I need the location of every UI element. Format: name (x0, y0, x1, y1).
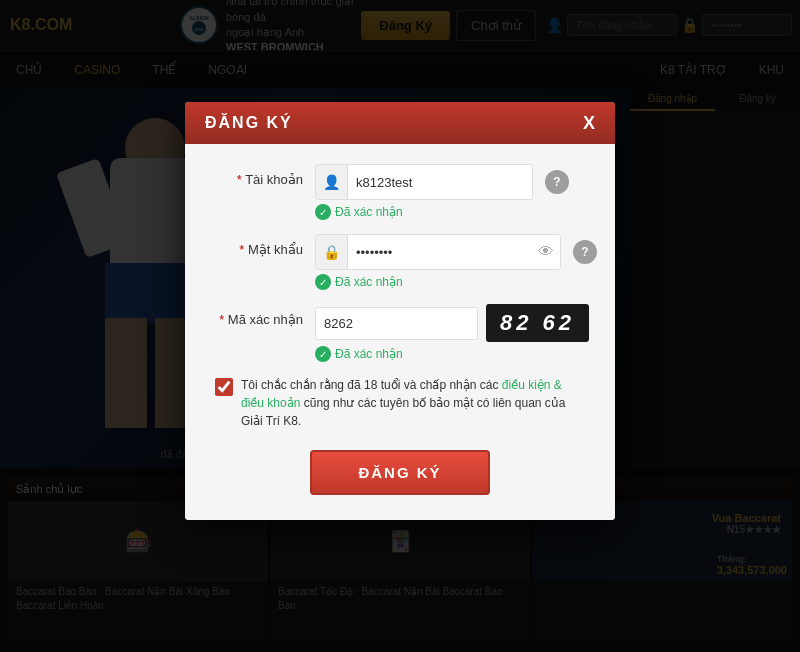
submit-register-button[interactable]: ĐĂNG KÝ (310, 450, 490, 495)
password-verified: ✓ Đã xác nhận (315, 274, 597, 290)
modal-body: Tài khoản 👤 ? ✓ Đã xác nhận (185, 144, 615, 520)
password-row: Mật khẩu 🔒 👁 ? ✓ Đã xác nhận (215, 234, 585, 290)
check-icon-captcha: ✓ (315, 346, 331, 362)
modal-close-button[interactable]: X (583, 114, 595, 132)
username-input-wrap: 👤 ? ✓ Đã xác nhận (315, 164, 585, 220)
captcha-row: Mã xác nhận 82 62 ✓ Đã xác nhận (215, 304, 585, 362)
username-field[interactable] (348, 167, 532, 198)
eye-toggle-icon[interactable]: 👁 (532, 243, 560, 261)
check-icon-username: ✓ (315, 204, 331, 220)
lock-field-icon: 🔒 (316, 235, 348, 269)
password-input-box: 🔒 👁 (315, 234, 561, 270)
check-icon-password: ✓ (315, 274, 331, 290)
modal-header: ĐĂNG KÝ X (185, 102, 615, 144)
username-input-box: 👤 (315, 164, 533, 200)
captcha-label: Mã xác nhận (215, 304, 315, 327)
captcha-input-box (315, 307, 478, 340)
terms-checkbox[interactable] (215, 378, 233, 396)
username-help-button[interactable]: ? (545, 170, 569, 194)
terms-row: Tôi chắc chắn rằng đã 18 tuổi và chấp nh… (215, 376, 585, 430)
terms-link-2[interactable]: điều khoản (241, 396, 300, 410)
captcha-field[interactable] (316, 308, 478, 339)
terms-link-1[interactable]: điều kiện & (502, 378, 562, 392)
modal-overlay: ĐĂNG KÝ X Tài khoản 👤 ? ✓ (0, 0, 800, 652)
captcha-area: 82 62 (315, 304, 589, 342)
register-modal: ĐĂNG KÝ X Tài khoản 👤 ? ✓ (185, 102, 615, 520)
user-field-icon: 👤 (316, 165, 348, 199)
captcha-verified: ✓ Đã xác nhận (315, 346, 589, 362)
terms-text-block: Tôi chắc chắn rằng đã 18 tuổi và chấp nh… (241, 376, 585, 430)
captcha-image[interactable]: 82 62 (486, 304, 589, 342)
username-verified: ✓ Đã xác nhận (315, 204, 585, 220)
password-input-wrap: 🔒 👁 ? ✓ Đã xác nhận (315, 234, 597, 290)
username-row: Tài khoản 👤 ? ✓ Đã xác nhận (215, 164, 585, 220)
captcha-input-wrap: 82 62 ✓ Đã xác nhận (315, 304, 589, 362)
password-label: Mật khẩu (215, 234, 315, 257)
password-field[interactable] (348, 237, 532, 268)
modal-title: ĐĂNG KÝ (205, 114, 293, 132)
password-help-button[interactable]: ? (573, 240, 597, 264)
username-label: Tài khoản (215, 164, 315, 187)
